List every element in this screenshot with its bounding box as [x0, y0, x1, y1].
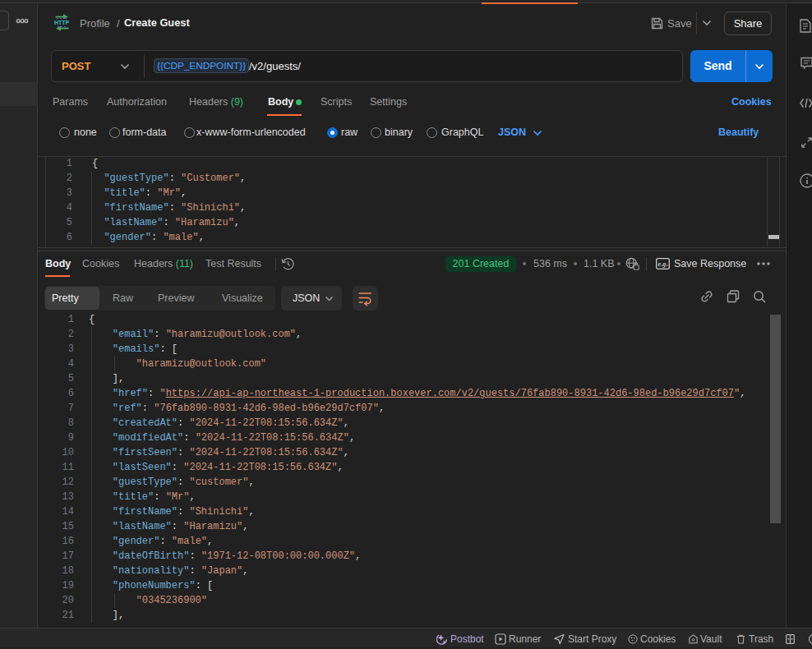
- svg-text:HTTP: HTTP: [54, 19, 70, 26]
- svg-text:e.g: e.g: [658, 260, 667, 268]
